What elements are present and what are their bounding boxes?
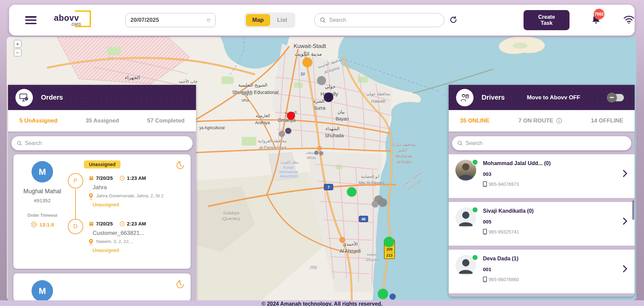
online-status-dot [472,207,478,213]
map-label: الجهراء [125,74,140,81]
driver-avatar [455,160,477,181]
hamburger-menu-button[interactable] [25,16,37,24]
driver-id: 005 [483,219,534,224]
order-history-icon[interactable] [175,160,185,171]
toggle-knob [607,93,617,103]
map-marker[interactable] [378,289,388,299]
map-marker[interactable] [390,294,396,300]
calendar-icon [89,175,94,181]
tab-on-route[interactable]: 7 ON ROUTE [518,117,562,124]
map-label: الشويخ التعليمية [238,83,267,88]
global-search-input[interactable] [329,17,439,23]
top-header: abovv DMS Map List [9,5,635,36]
map-label: السرة [313,99,325,104]
map-toggle-button[interactable]: Map [246,14,270,26]
status-chip: Unassigned [84,160,120,168]
orders-tabs: 5 UnAssigned 35 Assigned 57 Completed [8,110,196,132]
map-marker[interactable] [384,237,394,247]
driver-list-item[interactable]: Deva Dada (1) 001 965-96076860 [449,250,635,293]
tab-offline[interactable]: 14 OFFLINE [591,117,623,124]
map-label: (59) [310,265,317,270]
map-marker[interactable] [319,151,323,155]
map-label: Shuhada [325,133,344,138]
app-logo: abovv DMS [54,10,93,30]
map-marker[interactable] [285,128,291,134]
notifications-button[interactable]: 7982 [591,14,601,26]
date-picker[interactable] [126,13,215,27]
map-label: International [279,170,298,174]
map-label: oha [242,98,249,103]
date-input[interactable] [131,17,207,23]
map-label: الشهداء [326,126,340,131]
online-status-dot [472,159,478,165]
refresh-button[interactable] [449,15,458,25]
pickup-status: Unassigned [93,202,187,207]
order-card[interactable]: M [13,273,191,300]
list-toggle-button[interactable]: List [271,14,294,26]
tab-completed[interactable]: 57 Completed [147,117,185,124]
tab-online[interactable]: 35 ONLINE [460,117,490,124]
driver-list-item[interactable]: Mohammad Jalal Udd... (0) 003 965-940769… [449,154,635,198]
pickup-time: 1:23 AM [127,175,146,181]
move-to-abovv-label: Move to Abovv OFF [527,94,580,101]
order-timeout-label: Order Timeout [17,213,67,218]
chevron-right-icon[interactable] [623,265,627,274]
drop-stop: D 7/20/25 [89,221,187,253]
driver-phone: 965-94076973 [489,182,519,187]
tab-unassigned[interactable]: 5 UnAssigned [19,117,57,124]
drivers-panel: Drivers Move to Abovv OFF 35 ONLINE 7 ON… [449,85,635,297]
drivers-search[interactable] [452,136,631,150]
chevron-right-icon[interactable] [623,217,627,226]
map-marker[interactable] [372,201,379,207]
orders-search[interactable] [11,136,193,150]
on-route-info-icon[interactable] [556,118,562,124]
drivers-scrollbar-thumb[interactable] [632,200,634,220]
map-label: Bayan [336,116,349,121]
orders-search-input[interactable] [25,140,187,146]
driver-phone: 965-99325741 [489,229,519,235]
global-search[interactable] [314,13,445,27]
drivers-icon [456,89,474,106]
marker-cluster-value: 209 [385,246,394,252]
drivers-panel-title: Drivers [482,94,505,101]
stopwatch-icon [31,221,37,228]
map-marker[interactable] [314,151,318,155]
create-task-button[interactable]: Create Task [524,10,569,30]
map-label: العارضية [256,113,270,118]
driver-name: Sivaji Kandikatla (0) [483,208,534,214]
driver-avatar [455,207,477,229]
map-marker[interactable] [324,93,333,102]
move-to-abovv-toggle[interactable] [608,94,624,101]
chevron-right-icon[interactable] [623,170,627,178]
calendar-icon[interactable] [207,17,210,23]
map-label: (Quarries) [222,216,240,221]
drop-status: Unassigned [93,248,187,253]
map-marker[interactable] [347,187,356,197]
map-label: ya Agricultural [199,125,225,130]
avatar: M [32,161,53,183]
pickup-stop: P 7/20/25 [89,175,187,221]
copyright-text: © 2024 Amanah technology. All rights res… [261,301,383,306]
zoom-out-button[interactable]: − [14,49,21,56]
map-label: Ardhiya [255,120,270,125]
drivers-search-input[interactable] [465,140,626,146]
map-marker[interactable] [379,199,387,207]
map-marker[interactable] [303,58,312,67]
zoom-in-button[interactable]: + [14,40,21,48]
map-label: Shuwaikh Educational [232,90,279,95]
map-label: Al Asima [324,65,340,75]
driver-list-item[interactable]: Sivaji Kandikatla (0) 005 965-99325741 [449,202,635,246]
pickup-marker: P [68,173,83,189]
tab-assigned[interactable]: 35 Assigned [86,117,119,124]
search-icon [17,141,22,146]
drop-marker: D [68,219,83,234]
map-marker[interactable] [287,112,295,120]
order-card[interactable]: M Mughal Mahal #91352 Order Timeout 13:1… [13,154,191,269]
pickup-address: Jahra Governorate, Jahra, 2, St 2 [96,193,163,200]
marker-cluster-value: 213 [385,252,394,258]
map-marker[interactable] [279,131,285,137]
online-status-dot [472,254,478,261]
order-history-icon[interactable] [175,279,185,291]
map-marker[interactable] [317,76,326,85]
pickup-title: Jahra [93,184,187,191]
